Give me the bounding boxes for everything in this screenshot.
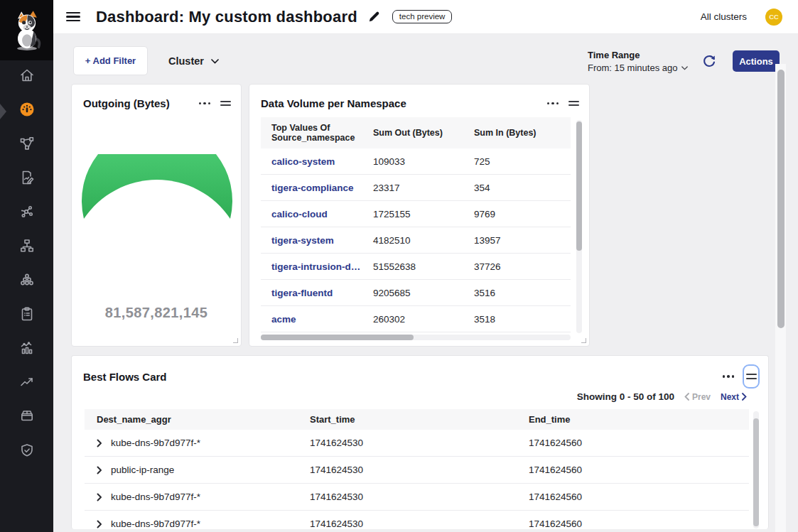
- expand-row-chevron-icon[interactable]: [97, 493, 102, 501]
- hamburger-menu-icon[interactable]: [66, 12, 80, 22]
- table-row: tigera-fluentd 9205685 3516: [261, 280, 571, 306]
- dashboard-gauge-icon: [18, 101, 36, 118]
- table-row: public-ip-range 1741624530 1741624560: [85, 457, 749, 484]
- card-menu-icon[interactable]: [199, 102, 211, 105]
- refresh-icon: [701, 53, 718, 70]
- sidebar-item-network[interactable]: [10, 232, 43, 260]
- chevron-left-icon: [684, 393, 689, 401]
- end-time-value: 1741624560: [529, 465, 749, 475]
- table-row: tigera-intrusion-d… 51552638 37726: [261, 254, 571, 280]
- card-drag-handle-icon: [746, 374, 757, 379]
- cluster-scope-selector[interactable]: All clusters: [701, 11, 747, 22]
- sidebar-item-policies[interactable]: [10, 163, 43, 192]
- namespace-link[interactable]: calico-cloud: [261, 209, 362, 219]
- user-avatar[interactable]: CC: [765, 9, 782, 26]
- namespace-link[interactable]: tigera-compliance: [261, 183, 362, 193]
- card-resize-handle[interactable]: [581, 338, 586, 343]
- card-title: Best Flows Card: [83, 371, 167, 383]
- sidebar-item-flow-visualizations[interactable]: [10, 197, 43, 226]
- end-time-value: 1741624560: [529, 438, 749, 448]
- card-title: Outgoing (Bytes): [83, 97, 170, 109]
- table-row: kube-dns-9b7d977f-* 1741624530 174162456…: [85, 484, 749, 511]
- table-horizontal-scrollbar[interactable]: [261, 335, 571, 340]
- add-filter-button[interactable]: + Add Filter: [73, 46, 148, 75]
- sidebar-item-compliance[interactable]: [10, 300, 43, 328]
- chevron-down-icon: [681, 66, 688, 70]
- column-header: End_time: [529, 414, 749, 425]
- table-row: acme 260302 3518: [261, 306, 571, 332]
- sidebar-item-reports[interactable]: [10, 334, 43, 362]
- best-flows-card: Best Flows Card Showing 0 - 50 of 100 Pr…: [71, 355, 769, 529]
- flows-table: Dest_name_aggr Start_time End_time kube-…: [85, 409, 749, 529]
- edit-pencil-icon[interactable]: [367, 10, 381, 23]
- start-time-value: 1741624530: [310, 438, 529, 448]
- refresh-button[interactable]: [701, 53, 718, 70]
- table-vertical-scrollbar[interactable]: [753, 411, 759, 528]
- end-time-value: 1741624560: [529, 519, 749, 529]
- sidebar-item-activity[interactable]: [10, 368, 43, 396]
- column-header: Top Values Of Source_namespace: [261, 123, 362, 143]
- sum-in-value: 13957: [463, 235, 571, 246]
- gauge-arc: [82, 154, 232, 219]
- gauge-value: 81,587,821,145: [72, 305, 241, 321]
- gauge-chart: [82, 154, 232, 225]
- pagination: Showing 0 - 50 of 100 Prev Next: [577, 391, 747, 402]
- column-header: Start_time: [310, 414, 529, 425]
- table-row: tigera-system 4182510 13957: [261, 227, 571, 254]
- expand-row-chevron-icon[interactable]: [97, 439, 102, 447]
- trend-arrow-icon: [18, 374, 36, 391]
- data-volume-card: Data Volume per Namespace Top Values Of …: [249, 84, 590, 347]
- expand-row-chevron-icon[interactable]: [97, 520, 102, 528]
- time-range-label: Time Range: [588, 50, 688, 60]
- sum-in-value: 3516: [463, 288, 571, 298]
- table-body: calico-system 109033 725 tigera-complian…: [261, 148, 571, 332]
- sum-out-value: 109033: [362, 156, 463, 167]
- card-menu-icon[interactable]: [723, 375, 735, 378]
- sidebar-item-home[interactable]: [10, 61, 43, 89]
- sum-in-value: 725: [463, 156, 571, 167]
- pagination-status: Showing 0 - 50 of 100: [577, 391, 674, 402]
- sum-in-value: 37726: [463, 261, 571, 272]
- column-header: Sum In (Bytes): [463, 128, 571, 138]
- namespace-link[interactable]: tigera-intrusion-d…: [261, 261, 362, 272]
- end-time-value: 1741624560: [529, 492, 749, 502]
- card-resize-handle[interactable]: [233, 338, 238, 343]
- namespace-link[interactable]: calico-system: [261, 156, 362, 167]
- next-page-button[interactable]: Next: [721, 392, 747, 402]
- chevron-right-icon: [742, 393, 747, 401]
- namespace-link[interactable]: acme: [261, 314, 362, 325]
- sum-out-value: 9205685: [362, 288, 463, 298]
- table-body: kube-dns-9b7d977f-* 1741624530 174162456…: [85, 430, 749, 529]
- analytics-chart-icon: [18, 340, 36, 357]
- page-scrollbar-thumb[interactable]: [777, 70, 784, 328]
- cluster-dropdown[interactable]: Cluster: [168, 53, 219, 70]
- namespace-link[interactable]: tigera-system: [261, 235, 362, 246]
- start-time-value: 1741624530: [310, 519, 529, 529]
- prev-page-button[interactable]: Prev: [684, 392, 711, 402]
- sidebar: [0, 0, 53, 532]
- time-range-value[interactable]: From: 15 minutes ago: [588, 63, 688, 73]
- namespace-link[interactable]: tigera-fluentd: [261, 288, 362, 298]
- sidebar-item-service-graph[interactable]: [10, 129, 43, 158]
- sidebar-item-dashboard[interactable]: [10, 95, 43, 124]
- start-time-value: 1741624530: [310, 465, 529, 475]
- card-drag-handle-icon[interactable]: [568, 101, 579, 107]
- card-menu-icon[interactable]: [547, 102, 559, 105]
- sidebar-item-packages[interactable]: [10, 402, 43, 430]
- card-drag-handle-icon[interactable]: [220, 101, 231, 107]
- clipboard-list-icon: [18, 305, 36, 322]
- outgoing-bytes-card: Outgoing (Bytes) 81,587,821,145: [71, 84, 242, 347]
- calico-cat-logo-icon: [9, 9, 45, 53]
- network-tree-icon: [18, 237, 36, 254]
- sidebar-item-threat-defense[interactable]: [10, 436, 43, 465]
- app-logo[interactable]: [0, 0, 53, 60]
- card-drag-handle-focused[interactable]: [743, 364, 760, 389]
- start-time-value: 1741624530: [310, 492, 529, 502]
- expand-row-chevron-icon[interactable]: [97, 466, 102, 474]
- sum-out-value: 260302: [362, 314, 463, 325]
- sum-in-value: 354: [463, 183, 571, 193]
- sidebar-item-workloads[interactable]: [10, 266, 43, 294]
- table-vertical-scrollbar[interactable]: [576, 120, 582, 333]
- actions-button[interactable]: Actions: [733, 50, 780, 72]
- table-row: calico-system 109033 725: [261, 148, 571, 175]
